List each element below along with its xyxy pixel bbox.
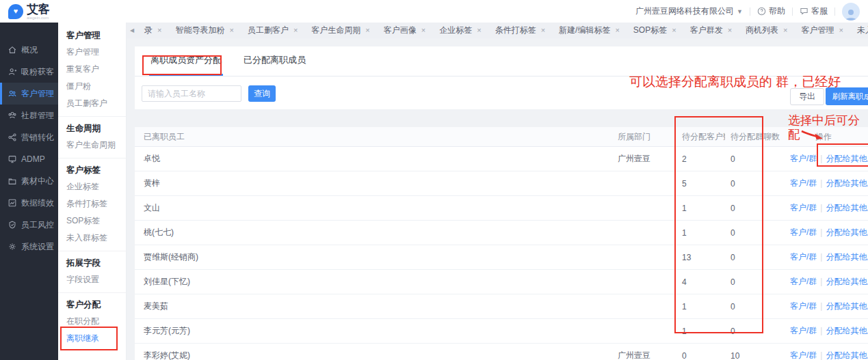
- assign-to-others-link[interactable]: 分配给其他成员: [826, 227, 868, 237]
- submenu-item-zombie-fans[interactable]: 僵尸粉: [58, 78, 126, 95]
- close-tab-icon[interactable]: ×: [157, 27, 161, 34]
- sidebar-item-label: 素材中心: [21, 176, 54, 187]
- assign-to-others-link[interactable]: 分配给其他成员: [826, 203, 868, 212]
- submenu-group-title: 客户管理: [58, 27, 126, 44]
- tab-item[interactable]: 客户生命周期×: [304, 23, 376, 38]
- close-tab-icon[interactable]: ×: [839, 27, 843, 34]
- department: [609, 319, 674, 344]
- help-menu[interactable]: 帮助: [757, 5, 785, 17]
- chart-icon: [8, 198, 17, 208]
- sub-sidebar: 客户管理 客户管理 重复客户 僵尸粉 员工删客户 生命周期 客户生命周期 客户标…: [58, 23, 127, 360]
- close-tab-icon[interactable]: ×: [728, 27, 732, 34]
- tab-item[interactable]: 智能导表加粉×: [168, 23, 240, 38]
- customer-group-link[interactable]: 客户/群: [790, 227, 817, 237]
- tab-item[interactable]: 未入群标签×: [850, 23, 868, 38]
- submenu-item-enterprise-tags[interactable]: 企业标签: [58, 178, 126, 195]
- close-tab-icon[interactable]: ×: [615, 27, 619, 34]
- tab-label: 新建/编辑标签: [559, 25, 610, 36]
- close-tab-icon[interactable]: ×: [477, 27, 481, 34]
- tab-item[interactable]: 商机列表×: [739, 23, 794, 38]
- customer-group-link[interactable]: 客户/群: [790, 350, 817, 360]
- tab-item[interactable]: 企业标签×: [432, 23, 488, 38]
- export-button[interactable]: 导出: [790, 88, 824, 105]
- submenu-item-not-in-group-tags[interactable]: 未入群标签: [58, 230, 126, 247]
- tab-item[interactable]: 录×: [137, 23, 168, 38]
- sidebar-item-marketing[interactable]: 营销转化: [0, 126, 58, 148]
- assign-to-others-link[interactable]: 分配给其他成员: [826, 277, 868, 286]
- row-actions: 客户/群|分配给其他成员: [780, 196, 868, 221]
- close-tab-icon[interactable]: ×: [421, 27, 425, 34]
- sidebar-item-customer-management[interactable]: 客户管理: [0, 83, 58, 105]
- submenu-item-field-settings[interactable]: 字段设置: [58, 271, 126, 288]
- tab-item[interactable]: 员工删客户×: [241, 23, 304, 38]
- tab-item[interactable]: 客户画像×: [377, 23, 432, 38]
- assign-to-others-link[interactable]: 分配给其他成员: [826, 326, 868, 335]
- tab-item[interactable]: 客户群发×: [683, 23, 739, 38]
- tab-item[interactable]: 新建/编辑标签×: [552, 23, 627, 38]
- sidebar-item-overview[interactable]: 概况: [0, 39, 58, 61]
- tab-item[interactable]: SOP标签×: [627, 23, 683, 38]
- logo[interactable]: ♥ 艾客 aiegein.com: [8, 3, 50, 20]
- pending-customers-count: 5: [674, 171, 725, 196]
- customer-group-link[interactable]: 客户/群: [790, 154, 817, 163]
- tab-scroll-left-icon[interactable]: ◀: [127, 27, 137, 33]
- shield-check-icon: [8, 220, 17, 230]
- close-tab-icon[interactable]: ×: [541, 27, 545, 34]
- submenu-item-employee-deleted-customers[interactable]: 员工删客户: [58, 95, 126, 112]
- tab-item[interactable]: 条件打标签×: [488, 23, 552, 38]
- submenu-item-customer-lifecycle[interactable]: 客户生命周期: [58, 137, 126, 154]
- employee-search-input[interactable]: [142, 85, 241, 102]
- sidebar-item-label: 数据绩效: [21, 197, 54, 209]
- assign-to-others-link[interactable]: 分配给其他成员: [826, 154, 868, 163]
- close-tab-icon[interactable]: ×: [229, 27, 233, 34]
- sidebar-item-performance[interactable]: 数据绩效: [0, 192, 58, 214]
- close-tab-icon[interactable]: ×: [783, 27, 787, 34]
- tab-resigned-asset-allocation[interactable]: 离职成员资产分配: [149, 46, 223, 76]
- submenu-item-resign-inherit[interactable]: 离职继承: [58, 330, 126, 347]
- sidebar-item-community[interactable]: 社群管理: [0, 105, 58, 126]
- submenu-item-sop-tags[interactable]: SOP标签: [58, 212, 126, 230]
- customer-group-link[interactable]: 客户/群: [790, 301, 817, 311]
- table-row: 李元芳(元芳) 1 0 客户/群|分配给其他成员: [135, 319, 868, 344]
- submenu-item-condition-tags[interactable]: 条件打标签: [58, 195, 126, 212]
- col-header-employee: 已离职员工: [135, 127, 609, 147]
- tab-item[interactable]: 客户管理×: [795, 23, 850, 38]
- assign-to-others-link[interactable]: 分配给其他成员: [826, 178, 868, 188]
- customer-group-link[interactable]: 客户/群: [790, 178, 817, 188]
- close-tab-icon[interactable]: ×: [293, 27, 298, 34]
- employee-name: 麦美茹: [135, 294, 609, 319]
- sidebar-item-risk-control[interactable]: 员工风控: [0, 214, 58, 236]
- sidebar-item-admp[interactable]: ADMP: [0, 148, 58, 170]
- customer-group-link[interactable]: 客户/群: [790, 203, 817, 212]
- sidebar-item-settings[interactable]: 系统设置: [0, 236, 58, 258]
- department: [609, 245, 674, 270]
- assign-to-others-link[interactable]: 分配给其他成员: [826, 350, 868, 360]
- company-menu[interactable]: 广州壹豆网络科技有限公司 ▼: [635, 5, 743, 17]
- submenu-item-duplicate-customers[interactable]: 重复客户: [58, 61, 126, 78]
- logo-heart-pin-icon: ♥: [8, 4, 23, 19]
- close-tab-icon[interactable]: ×: [365, 27, 369, 34]
- tab-allocated-resigned-members[interactable]: 已分配离职成员: [242, 46, 307, 76]
- close-tab-icon[interactable]: ×: [672, 27, 676, 34]
- submenu-group-title: 客户标签: [58, 162, 126, 178]
- divider: [58, 292, 126, 293]
- customer-group-link[interactable]: 客户/群: [790, 326, 817, 335]
- refresh-resigned-members-button[interactable]: 刷新离职成员: [826, 87, 868, 105]
- customer-group-link[interactable]: 客户/群: [790, 277, 817, 286]
- employee-name: 卓悦: [135, 147, 609, 171]
- resigned-employees-table: 已离职员工 所属部门 待分配客户数 待分配群聊数 操作 卓悦 广州壹豆 2 0 …: [135, 127, 868, 360]
- submenu-group-title: 生命周期: [58, 120, 126, 137]
- page-tabbar: ◀ 录× 智能导表加粉× 员工删客户× 客户生命周期× 客户画像× 企业标签× …: [127, 23, 868, 38]
- assign-to-others-link[interactable]: 分配给其他成员: [826, 252, 868, 262]
- customer-service-menu[interactable]: 客服: [800, 5, 828, 17]
- sidebar-item-materials[interactable]: 素材中心: [0, 170, 58, 192]
- customer-group-link[interactable]: 客户/群: [790, 252, 817, 262]
- sidebar-item-acquisition[interactable]: 吸粉获客: [0, 61, 58, 83]
- tab-label: 智能导表加粉: [175, 25, 224, 36]
- submenu-item-active-allocation[interactable]: 在职分配: [58, 313, 126, 330]
- avatar[interactable]: [842, 3, 860, 20]
- search-button[interactable]: 查询: [248, 85, 276, 102]
- pending-groups-count: 0: [725, 294, 780, 319]
- assign-to-others-link[interactable]: 分配给其他成员: [826, 301, 868, 311]
- submenu-item-customer-management[interactable]: 客户管理: [58, 44, 126, 61]
